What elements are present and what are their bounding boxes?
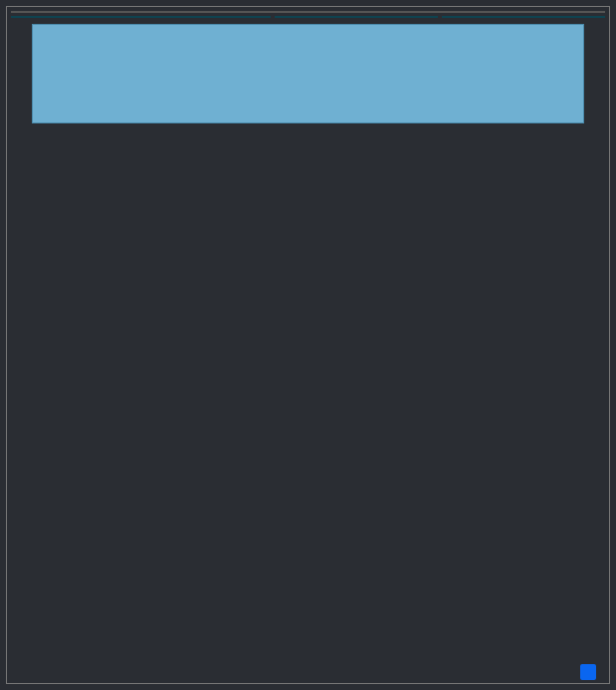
die-body [7, 18, 609, 683]
mem-controllers-left [11, 18, 29, 679]
l2-cache-block [32, 24, 584, 123]
header-block [7, 7, 609, 18]
center-column [32, 18, 584, 679]
gpu-die-diagram [6, 6, 610, 684]
pci-interface-bar [11, 11, 605, 13]
mem-controllers-right [587, 18, 605, 679]
